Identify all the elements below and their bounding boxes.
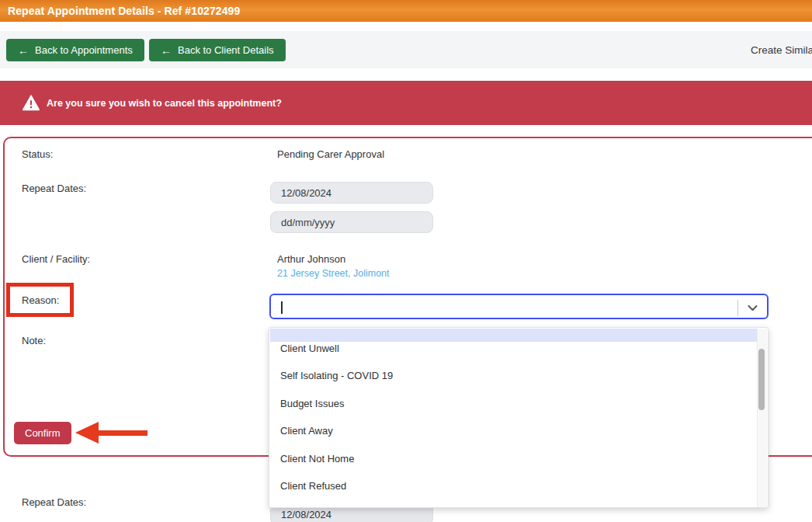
dropdown-option[interactable]: Client Not Home: [269, 445, 758, 472]
dropdown-option[interactable]: Client Away: [269, 417, 758, 444]
toolbar: ← Back to Appointments ← Back to Client …: [0, 31, 812, 68]
status-label: Status:: [22, 148, 53, 160]
back-arrow-icon: ←: [161, 45, 172, 56]
cancel-warning-banner: Are you sure you wish to cancel this app…: [0, 81, 812, 125]
client-address-link[interactable]: 21 Jersey Street, Jolimont: [277, 268, 390, 279]
repeat-date-start-input[interactable]: [270, 182, 433, 204]
repeat-dates-label: Repeat Dates:: [22, 183, 86, 194]
reason-dropdown-list: Client Unwell Self Isolating - COVID 19 …: [269, 327, 769, 508]
combobox-divider: [737, 300, 738, 316]
status-value: Pending Carer Approval: [277, 148, 384, 160]
dropdown-option[interactable]: Client Unwell: [269, 335, 758, 362]
back-to-client-details-label: Back to Client Details: [178, 44, 274, 56]
page-title: Repeat Appointment Details - Ref #102724…: [0, 5, 240, 17]
back-to-appointments-label: Back to Appointments: [35, 44, 133, 56]
warning-triangle-icon: [23, 95, 40, 111]
back-to-client-details-button[interactable]: ← Back to Client Details: [149, 39, 286, 61]
back-to-appointments-button[interactable]: ← Back to Appointments: [6, 39, 144, 61]
warning-message: Are you sure you wish to cancel this app…: [47, 98, 282, 109]
dropdown-option[interactable]: Self Isolating - COVID 19: [269, 362, 758, 389]
dropdown-option[interactable]: Client Refused: [269, 472, 758, 499]
client-name: Arthur Johnson: [277, 253, 345, 265]
note-label: Note:: [22, 335, 46, 346]
text-cursor: [281, 301, 283, 314]
chevron-down-icon: [748, 305, 758, 311]
confirm-button[interactable]: Confirm: [14, 422, 71, 444]
dropdown-options: Client Unwell Self Isolating - COVID 19 …: [269, 335, 758, 499]
screen: Repeat Appointment Details - Ref #102724…: [0, 0, 812, 522]
create-similar-link[interactable]: Create Similar: [751, 31, 812, 68]
back-arrow-icon: ←: [18, 45, 29, 56]
dropdown-scrollbar-thumb[interactable]: [758, 349, 765, 410]
repeat-dates-label: Repeat Dates:: [22, 496, 86, 508]
page-header: Repeat Appointment Details - Ref #102724…: [0, 0, 812, 22]
repeat-date-end-input[interactable]: [270, 211, 433, 233]
reason-label: Reason:: [22, 294, 59, 306]
dropdown-option[interactable]: Budget Issues: [269, 390, 758, 417]
client-facility-label: Client / Facility:: [22, 253, 90, 265]
reason-combobox[interactable]: [269, 294, 769, 319]
dropdown-scrollbar-track[interactable]: [757, 329, 767, 508]
